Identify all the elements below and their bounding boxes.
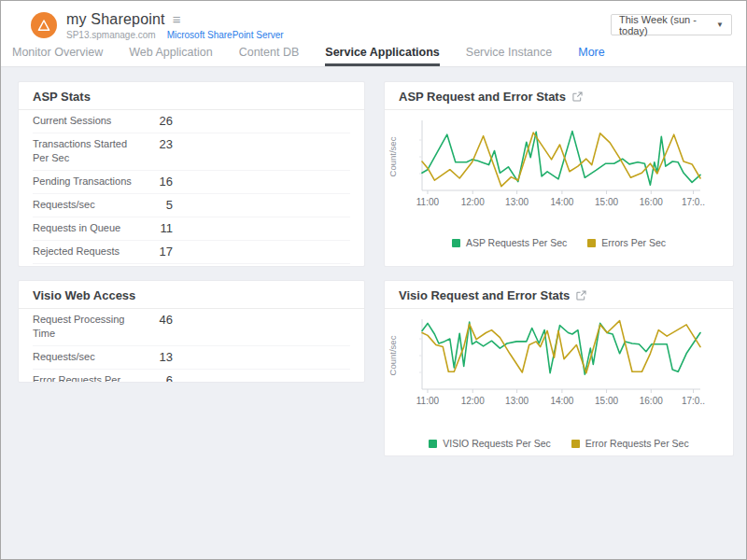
svg-text:12:00: 12:00 — [461, 197, 485, 207]
svg-text:16:00: 16:00 — [640, 396, 663, 406]
tab-monitor-overview[interactable]: Monitor Overview — [12, 46, 103, 66]
left-column: ASP Stats Current Sessions 26 Transactio… — [18, 81, 365, 560]
stat-label: Pending Transactions — [33, 175, 137, 189]
svg-text:Count/sec: Count/sec — [388, 136, 398, 176]
header: my Sharepoint ≡ SP13.spmanage.com Micros… — [1, 1, 746, 46]
chart-legend: ASP Requests Per Sec Errors Per Sec — [385, 237, 733, 248]
chart-legend: VISIO Requests Per Sec Error Requests Pe… — [385, 438, 733, 449]
open-in-new-icon[interactable] — [576, 290, 586, 301]
stat-row: Requests/sec 13 — [33, 345, 350, 369]
stat-label: Transactions Started Per Sec — [33, 137, 137, 165]
asp-stats-panel: ASP Stats Current Sessions 26 Transactio… — [18, 81, 365, 267]
legend-label: ASP Requests Per Sec — [466, 237, 567, 248]
tab-more[interactable]: More — [578, 46, 604, 66]
svg-text:Count/sec: Count/sec — [388, 335, 398, 375]
stat-value: 5 — [137, 198, 173, 212]
stat-row: Current Sessions 26 — [33, 110, 350, 133]
svg-text:11:00: 11:00 — [416, 197, 440, 207]
tab-service-instance[interactable]: Service Instance — [466, 46, 552, 66]
series-swatch-green — [452, 239, 460, 247]
svg-text:17:0..: 17:0.. — [682, 197, 705, 207]
stat-value: 46 — [137, 313, 173, 327]
line-chart-svg: 11:0012:0013:0014:0015:0016:0017:0..Coun… — [385, 316, 707, 410]
monitor-title-block: my Sharepoint ≡ SP13.spmanage.com Micros… — [66, 11, 284, 40]
asp-line-chart[interactable]: 11:0012:0013:0014:0015:0016:0017:0..Coun… — [385, 118, 733, 215]
stat-row: Request Processing Time 46 — [33, 309, 350, 345]
svg-text:15:00: 15:00 — [595, 197, 618, 207]
stat-value: 17 — [137, 245, 173, 259]
stat-label: Requests in Queue — [33, 221, 137, 235]
monitor-status-badge — [31, 12, 57, 38]
legend-item[interactable]: Error Requests Per Sec — [571, 438, 689, 449]
panel-title: Visio Web Access — [33, 288, 135, 302]
svg-text:15:00: 15:00 — [595, 396, 618, 406]
hamburger-icon[interactable]: ≡ — [173, 12, 181, 26]
stat-row: Rejected Requests 17 — [33, 240, 350, 263]
svg-text:11:00: 11:00 — [416, 396, 440, 406]
visio-line-chart[interactable]: 11:0012:0013:0014:0015:0016:0017:0..Coun… — [385, 316, 733, 413]
stat-value: 13 — [137, 350, 173, 364]
stat-label: Request Processing Time — [33, 313, 137, 341]
panel-title: ASP Stats — [33, 90, 91, 104]
stat-label: Error Requests Per Sec — [33, 373, 137, 383]
stat-label: Requests/sec — [33, 350, 137, 364]
time-range-value: This Week (sun - today) — [619, 14, 716, 36]
tab-web-application[interactable]: Web Application — [129, 46, 212, 66]
tab-service-applications[interactable]: Service Applications — [325, 46, 440, 66]
stat-row: Transactions Started Per Sec 23 — [33, 133, 350, 170]
stat-value: 26 — [137, 114, 173, 128]
legend-item[interactable]: Errors Per Sec — [587, 237, 666, 248]
stat-value: 23 — [137, 137, 173, 151]
warning-triangle-icon — [36, 19, 51, 33]
stat-label: Current Sessions — [33, 114, 137, 128]
svg-text:14:00: 14:00 — [550, 197, 573, 207]
app-window: my Sharepoint ≡ SP13.spmanage.com Micros… — [0, 0, 747, 560]
stat-label: Requests/sec — [33, 198, 137, 212]
chart-title: ASP Request and Error Stats — [399, 90, 566, 104]
visio-chart-panel: Visio Request and Error Stats 11:0012:00… — [384, 280, 734, 456]
asp-chart-panel: ASP Request and Error Stats 11:0012:0013… — [384, 81, 734, 267]
svg-text:13:00: 13:00 — [505, 396, 529, 406]
stat-label: Rejected Requests — [33, 245, 137, 259]
stat-row: Error Requests Per Sec 6 — [33, 369, 350, 383]
stat-value: 16 — [137, 175, 173, 189]
stat-value: 11 — [137, 221, 173, 235]
monitor-host: SP13.spmanage.com — [66, 30, 156, 40]
stat-value: 6 — [137, 373, 173, 383]
stat-row: Errors Per Sec 3 — [33, 263, 350, 267]
legend-item[interactable]: ASP Requests Per Sec — [452, 237, 567, 248]
monitor-title: my Sharepoint — [66, 11, 165, 28]
tab-bar: Monitor Overview Web Application Content… — [1, 46, 746, 67]
line-chart-svg: 11:0012:0013:0014:0015:0016:0017:0..Coun… — [385, 118, 707, 211]
stat-row: Requests in Queue 11 — [33, 217, 350, 240]
chevron-down-icon: ▼ — [716, 21, 724, 29]
visio-web-access-panel: Visio Web Access Request Processing Time… — [18, 280, 365, 383]
monitor-type-link[interactable]: Microsoft SharePoint Server — [167, 30, 284, 40]
right-column: ASP Request and Error Stats 11:0012:0013… — [384, 81, 734, 560]
chart-title: Visio Request and Error Stats — [399, 288, 570, 302]
tab-content-db[interactable]: Content DB — [239, 46, 300, 66]
dashboard-content: ASP Stats Current Sessions 26 Transactio… — [1, 67, 746, 560]
series-swatch-green — [429, 440, 437, 448]
svg-text:17:0..: 17:0.. — [682, 396, 705, 406]
svg-text:13:00: 13:00 — [505, 197, 529, 207]
time-range-select[interactable]: This Week (sun - today) ▼ — [611, 14, 732, 35]
legend-label: VISIO Requests Per Sec — [443, 438, 551, 449]
legend-item[interactable]: VISIO Requests Per Sec — [429, 438, 551, 449]
stat-row: Pending Transactions 16 — [33, 170, 350, 193]
svg-text:16:00: 16:00 — [640, 197, 663, 207]
svg-text:12:00: 12:00 — [461, 396, 485, 406]
legend-label: Error Requests Per Sec — [585, 438, 689, 449]
series-swatch-gold — [587, 239, 596, 247]
svg-text:14:00: 14:00 — [550, 396, 573, 406]
legend-label: Errors Per Sec — [601, 237, 666, 248]
open-in-new-icon[interactable] — [572, 91, 583, 102]
stat-row: Requests/sec 5 — [33, 193, 350, 217]
series-swatch-gold — [571, 440, 580, 448]
